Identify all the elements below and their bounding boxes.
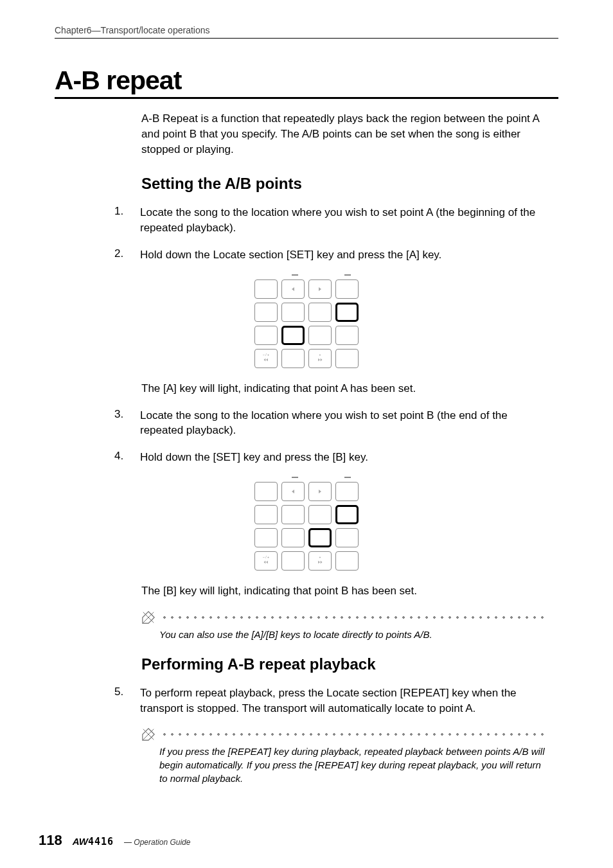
key-blank [254,279,278,299]
key-next [308,279,332,299]
key-rew: – / + [254,551,278,571]
key-set-highlighted [335,303,359,322]
key-blank [308,505,332,524]
pencil-icon [141,727,155,741]
key-blank [335,482,359,501]
step-number: 1. [114,205,140,236]
key-ff: + [308,551,332,571]
key-prev [281,482,305,501]
key-b-highlighted [308,528,332,547]
key-blank [254,326,278,345]
intro-paragraph: A-B Repeat is a function that repeatedly… [141,111,546,157]
key-set-highlighted [335,505,359,524]
page-number: 118 [39,832,62,849]
key-ff: + [308,349,332,368]
step-text: To perform repeat playback, press the Lo… [140,686,546,716]
step-text: Hold down the Locate section [SET] key a… [140,247,441,263]
tip-block: You can also use the [A]/[B] keys to loc… [141,610,546,641]
key-blank [281,303,305,322]
key-blank [335,349,359,368]
keypad-diagram-b: – / + + [251,477,362,571]
sub-heading-performing-ab: Performing A-B repeat playback [141,655,558,673]
key-blank [281,505,305,524]
key-a-highlighted [281,326,305,345]
key-blank [335,326,359,345]
footer-guide-label: — Operation Guide [124,838,190,847]
step-item: 1. Locate the song to the location where… [114,205,546,236]
key-blank [335,551,359,571]
chapter-header: Chapter6—Transport/locate operations [55,25,558,39]
step-item: 2. Hold down the Locate section [SET] ke… [114,247,546,263]
key-prev [281,279,305,299]
key-blank [335,279,359,299]
key-blank [335,528,359,547]
result-text: The [B] key will light, indicating that … [141,583,546,599]
tip-text: You can also use the [A]/[B] keys to loc… [159,628,546,641]
dotted-separator [161,616,546,619]
step-number: 5. [114,686,140,716]
pencil-icon [141,610,155,624]
keypad-diagram-a: – / + + [251,274,362,368]
result-text: The [A] key will light, indicating that … [141,381,546,396]
key-blank [254,528,278,547]
tip-block: If you press the [REPEAT] key during pla… [141,727,546,785]
key-blank [281,349,305,368]
step-number: 3. [114,408,140,439]
step-item: 3. Locate the song to the location where… [114,408,546,439]
key-blank [254,303,278,322]
step-text: Locate the song to the location where yo… [140,408,546,439]
key-next [308,482,332,501]
sub-heading-setting-ab: Setting the A/B points [141,175,558,193]
step-item: 5. To perform repeat playback, press the… [114,686,546,716]
step-text: Locate the song to the location where yo… [140,205,546,236]
product-logo: AW4416 [73,836,114,847]
key-blank [281,551,305,571]
tip-text: If you press the [REPEAT] key during pla… [159,745,546,785]
step-number: 4. [114,450,140,465]
key-blank [254,482,278,501]
key-blank [281,528,305,547]
key-blank [254,505,278,524]
step-number: 2. [114,247,140,263]
key-blank [308,326,332,345]
step-item: 4. Hold down the [SET] key and press the… [114,450,546,465]
key-blank [308,303,332,322]
dotted-separator [161,732,546,736]
page-footer: 118 AW4416 — Operation Guide [39,832,558,849]
key-rew: – / + [254,349,278,368]
page-title: A-B repeat [55,66,558,99]
step-text: Hold down the [SET] key and press the [B… [140,450,368,465]
